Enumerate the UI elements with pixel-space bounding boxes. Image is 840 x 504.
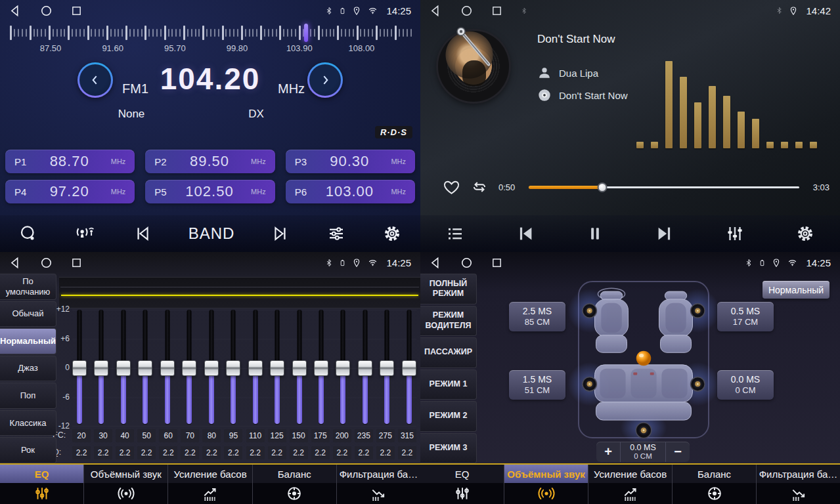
previous-track-icon[interactable] [516,224,535,243]
surround-preset-button[interactable]: Нормальный [763,281,829,299]
tab-bass-boost[interactable]: Усиление басов [167,465,252,483]
tab-eq-icon-cell[interactable] [0,483,83,504]
tune-up-button[interactable] [307,62,343,98]
frequency-ruler[interactable] [4,24,416,42]
eq-preset-item[interactable]: Рок [0,437,56,463]
eq-band-slider[interactable] [138,310,152,426]
delay-increase-button[interactable]: + [596,442,620,462]
eq-band-slider[interactable] [270,310,284,426]
band-button[interactable]: BAND [188,224,235,243]
surround-mode-item[interactable]: РЕЖИМ 2 [420,401,477,432]
slider-handle[interactable] [204,360,219,376]
tab-surround[interactable]: Объёмный звук [83,465,167,483]
progress-thumb[interactable] [598,182,608,192]
pause-icon[interactable] [586,224,604,243]
eq-preset-item[interactable]: Обычай [0,301,56,327]
back-icon[interactable] [430,5,442,17]
recents-icon[interactable] [491,257,502,268]
eq-preset-item[interactable]: Нормальный [0,328,56,354]
eq-band-slider[interactable] [314,310,328,426]
settings-gear-icon[interactable] [795,224,815,243]
tab-surround[interactable]: Объёмный звук [504,465,588,483]
tab-filter-icon-cell[interactable] [756,483,840,504]
eq-band-slider[interactable] [292,310,307,426]
slider-handle[interactable] [314,360,328,376]
tab-eq-icon-cell[interactable] [420,483,504,504]
slider-handle[interactable] [138,360,152,376]
slider-handle[interactable] [380,360,394,376]
surround-mode-item[interactable]: РЕЖИМ ВОДИТЕЛЯ [420,306,477,337]
tab-eq[interactable]: EQ [420,465,504,483]
slider-handle[interactable] [292,360,307,376]
eq-band-slider[interactable] [336,310,350,426]
eq-band-slider[interactable] [116,310,131,426]
tab-balance-icon-cell[interactable] [672,483,756,504]
slider-handle[interactable] [94,360,108,376]
back-icon[interactable] [9,5,22,17]
slider-handle[interactable] [336,360,350,376]
eq-band-slider[interactable] [248,310,263,426]
seek-next-icon[interactable] [271,224,290,243]
slider-handle[interactable] [358,360,372,376]
home-icon[interactable] [460,257,473,269]
home-icon[interactable] [40,5,53,17]
slider-handle[interactable] [402,360,416,376]
eq-band-slider[interactable] [204,310,219,426]
tab-bass-boost-icon-cell[interactable] [167,483,252,504]
surround-mode-item[interactable]: ПАССАЖИР [420,337,477,368]
delay-rear-right[interactable]: 0.0 MS 0 CM [717,370,774,400]
eq-band-slider[interactable] [182,310,196,426]
preset-button-5[interactable]: P5102.50MHz [145,180,275,203]
preset-button-2[interactable]: P289.50MHz [145,150,275,173]
slider-handle[interactable] [226,360,240,376]
preset-button-1[interactable]: P188.70MHz [5,150,135,173]
preset-button-4[interactable]: P497.20MHz [5,180,135,203]
eq-preset-item[interactable]: Поп [0,383,56,409]
playlist-icon[interactable] [445,224,465,243]
eq-band-slider[interactable] [358,310,372,426]
delay-front-right[interactable]: 0.5 MS 17 CM [717,302,774,331]
scan-search-icon[interactable] [18,224,38,243]
slider-handle[interactable] [116,360,131,376]
tab-eq[interactable]: EQ [0,465,83,483]
slider-handle[interactable] [160,360,175,376]
eq-preset-item[interactable]: По умолчанию [0,274,56,300]
eq-band-slider[interactable] [94,310,108,426]
next-track-icon[interactable] [655,224,674,243]
slider-handle[interactable] [182,360,196,376]
recents-icon[interactable] [71,257,82,268]
delay-rear-left[interactable]: 1.5 MS 51 CM [509,370,565,400]
preset-button-3[interactable]: P390.30MHz [286,150,415,173]
mixer-icon[interactable] [725,224,745,243]
progress-bar[interactable] [529,182,799,192]
tab-balance[interactable]: Баланс [672,465,756,483]
broadcast-icon[interactable] [74,224,97,243]
surround-mode-item[interactable]: РЕЖИМ 3 [420,433,477,464]
seek-previous-icon[interactable] [133,224,152,243]
tab-bass-boost[interactable]: Усиление басов [588,465,672,483]
tab-filter[interactable]: Фильтрация ба… [336,465,420,483]
home-icon[interactable] [40,257,53,269]
home-icon[interactable] [460,5,473,17]
slider-handle[interactable] [72,360,87,376]
tune-down-button[interactable] [77,62,113,98]
eq-band-slider[interactable] [402,310,416,426]
back-icon[interactable] [9,257,22,269]
eq-preset-item[interactable]: Джаз [0,356,56,382]
repeat-icon[interactable] [470,178,489,196]
back-icon[interactable] [430,257,442,269]
tab-balance[interactable]: Баланс [252,465,336,483]
surround-mode-item[interactable]: ПОЛНЫЙ РЕЖИМ [420,274,477,304]
tab-balance-icon-cell[interactable] [252,483,336,504]
slider-handle[interactable] [270,360,284,376]
recents-icon[interactable] [71,5,82,16]
tab-surround-icon-cell[interactable] [83,483,167,504]
tab-surround-icon-cell[interactable] [504,483,588,504]
eq-band-slider[interactable] [380,310,394,426]
eq-band-slider[interactable] [72,310,87,426]
favorite-heart-icon[interactable] [443,178,460,196]
surround-mode-item[interactable]: РЕЖИМ 1 [420,369,477,400]
equalizer-settings-icon[interactable] [326,224,346,243]
eq-band-slider[interactable] [226,310,240,426]
tab-filter[interactable]: Фильтрация ба… [756,465,840,483]
